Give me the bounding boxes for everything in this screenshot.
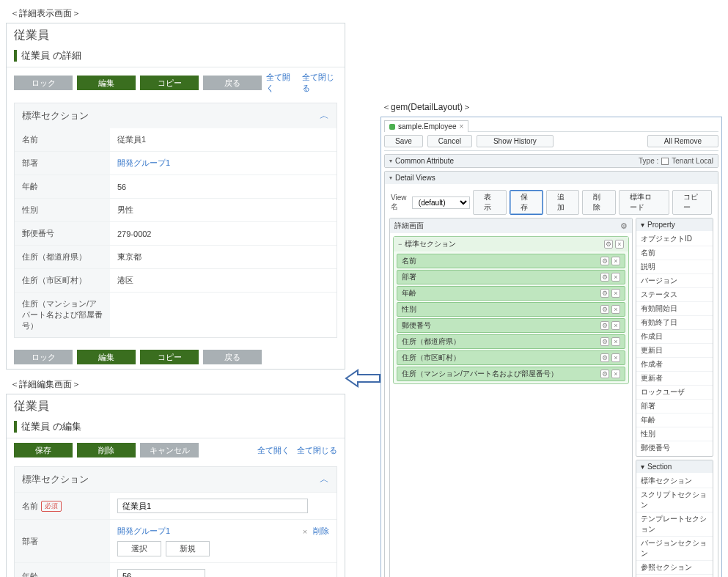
gear-icon[interactable]: ⚙ <box>600 337 609 346</box>
palette-section-header[interactable]: ▾Section <box>636 460 713 473</box>
section-header[interactable]: 標準セクション ︿ <box>15 467 337 492</box>
close-icon[interactable]: × <box>611 321 620 330</box>
all-remove-button[interactable]: All Remove <box>647 135 718 147</box>
select-ref-button[interactable]: 選択 <box>117 541 161 556</box>
gear-icon[interactable]: ⚙ <box>600 273 609 282</box>
section-header[interactable]: 標準セクション ︿ <box>15 103 337 128</box>
close-icon[interactable]: × <box>611 305 620 314</box>
palette-item[interactable]: 名前 <box>636 246 713 260</box>
field-value[interactable]: 開発グループ1 <box>110 152 337 174</box>
gear-icon[interactable]: ⚙ <box>600 257 609 265</box>
palette-item[interactable]: 参照セクション <box>636 561 713 575</box>
show-history-button[interactable]: Show History <box>477 135 554 147</box>
save-view-button[interactable]: 保存 <box>510 190 543 215</box>
layout-property[interactable]: 名前⚙× <box>397 254 625 268</box>
save-button[interactable]: 保存 <box>14 443 73 457</box>
entity-icon <box>389 124 395 130</box>
palette-item[interactable]: 説明 <box>636 260 713 274</box>
copy-view-button[interactable]: コピー <box>672 190 712 215</box>
layout-property[interactable]: 部署⚙× <box>397 270 625 284</box>
palette-item[interactable]: 性別 <box>636 427 713 441</box>
expand-all-link[interactable]: 全て開く <box>266 72 295 94</box>
palette-item[interactable]: スクリプトセクション <box>636 488 713 512</box>
save-button[interactable]: Save <box>384 135 423 147</box>
palette-item[interactable]: 作成日 <box>636 330 713 344</box>
common-attribute-accordion[interactable]: ▾ Common Attribute Type : Tenant Local <box>385 155 718 167</box>
collapse-all-link[interactable]: 全て閉じる <box>302 72 337 94</box>
field-label: 性別 <box>15 199 110 221</box>
back-button[interactable]: 戻る <box>203 76 262 90</box>
gear-icon[interactable]: ⚙ <box>600 370 609 378</box>
gem-caption: ＜gem(DetailLayout)＞ <box>382 101 722 114</box>
copy-button[interactable]: コピー <box>140 350 199 364</box>
layout-property[interactable]: 年齢⚙× <box>397 286 625 301</box>
collapse-all-link[interactable]: 全て閉じる <box>297 445 337 456</box>
delete-view-button[interactable]: 削除 <box>582 190 616 215</box>
palette-item[interactable]: オブジェクトID <box>636 232 713 246</box>
remove-icon[interactable]: × <box>303 527 307 536</box>
palette-item[interactable]: ステータス <box>636 288 713 302</box>
detail-view-caption: ＜詳細表示画面＞ <box>10 7 345 20</box>
close-icon[interactable]: × <box>611 337 620 346</box>
gear-icon[interactable]: ⚙ <box>600 321 609 330</box>
std-load-button[interactable]: 標準ロード <box>619 190 669 215</box>
cancel-button[interactable]: Cancel <box>427 135 472 147</box>
layout-property[interactable]: 住所（市区町村）⚙× <box>397 350 625 365</box>
palette-item[interactable]: 作成者 <box>636 358 713 372</box>
gear-icon[interactable]: ⚙ <box>620 221 628 231</box>
collapse-icon[interactable]: − <box>398 240 402 248</box>
close-icon[interactable]: × <box>611 353 620 362</box>
palette-item[interactable]: 更新日 <box>636 344 713 358</box>
palette-item[interactable]: テンプレートセクション <box>636 512 713 537</box>
field-value: 56 <box>110 175 337 198</box>
palette-item[interactable]: 部署 <box>636 400 713 414</box>
layout-section[interactable]: − 標準セクション ⚙ × 名前⚙×部署⚙×年齢⚙×性別⚙×郵便番号⚙×住所（都… <box>393 236 629 384</box>
close-tab-icon[interactable]: × <box>459 122 463 131</box>
layout-property[interactable]: 住所（都道府県）⚙× <box>397 334 625 349</box>
palette-item[interactable]: 更新者 <box>636 372 713 386</box>
layout-property[interactable]: 性別⚙× <box>397 302 625 317</box>
layout-property[interactable]: 住所（マンション/アパート名および部屋番号）⚙× <box>397 367 625 381</box>
palette-item[interactable]: 年齢 <box>636 414 713 427</box>
delete-button[interactable]: 削除 <box>77 443 136 457</box>
name-input[interactable] <box>117 499 308 513</box>
layout-property[interactable]: 郵便番号⚙× <box>397 318 625 333</box>
copy-button[interactable]: コピー <box>140 76 199 90</box>
dept-link[interactable]: 開発グループ1 <box>117 526 170 537</box>
field-value: 東京都 <box>110 246 337 268</box>
detail-views-accordion[interactable]: ▾ Detail Views <box>385 172 718 184</box>
lock-button[interactable]: ロック <box>14 350 73 364</box>
palette-item[interactable]: ロックユーザ <box>636 386 713 400</box>
palette-item[interactable]: 郵便番号 <box>636 441 713 455</box>
edit-button[interactable]: 編集 <box>77 76 136 90</box>
add-view-button[interactable]: 追加 <box>546 190 580 215</box>
gear-icon[interactable]: ⚙ <box>604 240 613 249</box>
close-icon[interactable]: × <box>615 240 624 249</box>
editor-tab[interactable]: sample.Employee × <box>384 120 468 132</box>
gear-icon[interactable]: ⚙ <box>600 289 609 298</box>
field-value: 279-0002 <box>110 222 337 245</box>
close-icon[interactable]: × <box>611 289 620 298</box>
close-icon[interactable]: × <box>611 257 620 265</box>
show-view-button[interactable]: 表示 <box>473 190 507 215</box>
remove-ref-button[interactable]: 削除 <box>313 526 329 537</box>
palette-item[interactable]: バージョン <box>636 274 713 288</box>
page-subtitle: 従業員 の編集 <box>7 416 345 438</box>
view-select[interactable]: (default) <box>412 196 470 209</box>
palette-item[interactable]: 標準セクション <box>636 474 713 488</box>
create-ref-button[interactable]: 新規 <box>166 541 210 556</box>
age-input[interactable] <box>117 569 205 577</box>
palette-item[interactable]: バージョンセクション <box>636 537 713 561</box>
gear-icon[interactable]: ⚙ <box>600 305 609 314</box>
back-button[interactable]: 戻る <box>203 350 262 364</box>
expand-all-link[interactable]: 全て開く <box>257 445 290 456</box>
lock-button[interactable]: ロック <box>14 76 73 90</box>
gear-icon[interactable]: ⚙ <box>600 353 609 362</box>
close-icon[interactable]: × <box>611 370 620 378</box>
palette-item[interactable]: 有効開始日 <box>636 302 713 316</box>
edit-button[interactable]: 編集 <box>77 350 136 364</box>
close-icon[interactable]: × <box>611 273 620 282</box>
palette-item[interactable]: 有効終了日 <box>636 316 713 330</box>
palette-property-header[interactable]: ▾Property <box>636 218 713 231</box>
cancel-button[interactable]: キャンセル <box>140 443 199 457</box>
